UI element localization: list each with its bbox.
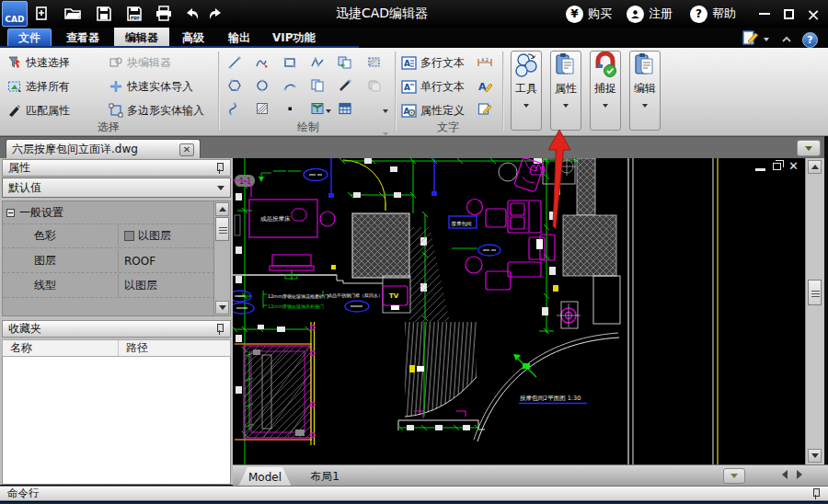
buy-button[interactable]: ¥ 购买	[566, 4, 612, 24]
canvas-scrollbar[interactable]	[805, 158, 824, 464]
ribbon-select-all[interactable]: 选择所有	[7, 77, 70, 96]
scroll-thumb[interactable]	[215, 217, 229, 241]
redo-button[interactable]	[204, 4, 226, 24]
save-button[interactable]	[93, 4, 115, 24]
left-panel: 属性 默认值 一般设置 色彩 以图层 图层 ROOF 线型 以图层	[0, 158, 233, 485]
draw-region-icon[interactable]	[364, 76, 385, 95]
draw-line-icon[interactable]	[224, 53, 245, 72]
tools-caret-icon[interactable]	[523, 104, 529, 108]
scroll-up-icon[interactable]	[215, 202, 229, 216]
layout-dropdown[interactable]	[723, 468, 745, 484]
tab-layout1[interactable]: 布局1	[297, 467, 352, 487]
draw-boundary-icon[interactable]	[364, 53, 385, 72]
draw-freehand-icon[interactable]	[252, 53, 272, 72]
snap-bigbutton[interactable]: 捕捉	[590, 51, 621, 131]
ribbon-block-editor[interactable]: 块编辑器	[109, 53, 171, 72]
cad-logo[interactable]: CAD	[2, 1, 28, 27]
property-grid-scrollbar[interactable]	[213, 201, 230, 315]
open-file-button[interactable]	[62, 4, 84, 24]
draw-circle-icon[interactable]	[252, 76, 272, 95]
canvas-restore-icon[interactable]	[773, 163, 781, 170]
canvas-scroll-up-icon[interactable]	[808, 160, 822, 174]
drawing-canvas[interactable]: 1-1 成品按摩床	[233, 158, 805, 464]
draw-boundary-caret-icon[interactable]	[383, 109, 388, 113]
draw-insert-block-icon[interactable]	[335, 53, 355, 72]
draw-rectangle-icon[interactable]	[280, 53, 300, 72]
menu-viewer[interactable]: 查看器	[57, 28, 109, 48]
command-line-bar[interactable]: 命令行	[0, 486, 828, 501]
minimize-button[interactable]	[754, 5, 775, 23]
document-tab-bar: 六层按摩包间立面详.dwg ✕	[0, 136, 828, 158]
canvas-minimize-icon[interactable]	[755, 168, 765, 171]
ribbon-dtext[interactable]: A 单行文本	[401, 77, 465, 96]
tools-bigbutton[interactable]: 工具	[511, 51, 542, 131]
property-row-color[interactable]: 色彩 以图层	[3, 224, 214, 248]
help-circle-icon[interactable]: ?	[802, 32, 818, 48]
help-button[interactable]: ? 帮助	[690, 4, 736, 24]
menu-vip[interactable]: VIP功能	[263, 28, 325, 48]
register-button[interactable]: 注册	[627, 4, 673, 24]
color-swatch	[124, 231, 134, 241]
favorites-list[interactable]	[2, 357, 231, 485]
text-scale-icon[interactable]: 4.2	[475, 53, 495, 72]
properties-caret-icon[interactable]	[563, 104, 569, 108]
ribbon-polygon-entity-input[interactable]: 多边形实体输入	[109, 101, 204, 120]
scroll-down-icon[interactable]	[215, 301, 229, 315]
favorites-col-name[interactable]: 名称	[3, 340, 119, 356]
draw-hatch-icon[interactable]	[252, 99, 272, 118]
ribbon-mtext[interactable]: A 多行文本	[401, 53, 465, 72]
draw-spline-icon[interactable]	[224, 99, 245, 118]
draw-table-icon[interactable]	[335, 99, 355, 118]
canvas-scroll-thumb[interactable]	[808, 280, 822, 305]
collapse-icon[interactable]	[6, 209, 15, 217]
ribbon-match-properties[interactable]: 匹配属性	[7, 101, 70, 120]
edit-caret-icon[interactable]	[642, 104, 648, 108]
draw-point-icon[interactable]	[280, 99, 300, 118]
draw-thick-line-icon[interactable]	[335, 76, 355, 95]
property-grid: 一般设置 色彩 以图层 图层 ROOF 线型 以图层	[2, 200, 231, 316]
draw-arc-icon[interactable]	[280, 76, 300, 95]
collapse-ribbon-icon[interactable]	[780, 31, 793, 49]
property-row-layer[interactable]: 图层 ROOF	[3, 249, 214, 273]
layout-scroll-left-icon[interactable]	[782, 470, 788, 479]
property-row-linetype[interactable]: 线型 以图层	[3, 274, 214, 298]
properties-bigbutton[interactable]: 属性	[550, 51, 581, 131]
draw-copy-object-icon[interactable]	[307, 76, 328, 95]
layout-scroll-right-icon[interactable]	[797, 470, 802, 479]
new-file-button[interactable]	[30, 4, 52, 24]
text-style-icon[interactable]: A	[475, 76, 495, 95]
tab-list-dropdown[interactable]	[797, 140, 821, 156]
draw-polyline-icon[interactable]	[307, 53, 328, 72]
menu-advanced[interactable]: 高级	[173, 28, 213, 48]
maximize-button[interactable]	[778, 5, 799, 23]
save-as-pdf-button[interactable]: PDF	[123, 4, 145, 24]
pin-icon[interactable]	[215, 163, 224, 174]
print-button[interactable]	[153, 4, 175, 24]
ribbon-quick-entity-import[interactable]: 快速实体导入	[109, 77, 193, 96]
edit-bigbutton[interactable]: 编辑	[629, 51, 661, 131]
menu-editor[interactable]: 编辑器	[114, 28, 169, 48]
tab-model[interactable]: Model	[238, 467, 292, 487]
text-edit-icon[interactable]	[475, 99, 495, 118]
snap-caret-icon[interactable]	[603, 104, 608, 108]
property-section-general[interactable]: 一般设置	[3, 201, 214, 224]
close-button[interactable]: ×	[803, 5, 823, 23]
pin-icon[interactable]	[811, 488, 821, 499]
undo-button[interactable]	[181, 4, 203, 24]
tab-close-icon[interactable]: ✕	[179, 143, 194, 156]
pin-icon[interactable]	[215, 324, 224, 335]
favorites-col-path[interactable]: 路径	[119, 340, 148, 356]
note-threshold: 成品不锈钢门槛（双四水）	[327, 292, 383, 299]
canvas-close-icon[interactable]: ✕	[788, 162, 799, 171]
ribbon-quick-select[interactable]: 快速选择	[7, 53, 70, 72]
edit-note-icon[interactable]	[742, 29, 760, 50]
canvas-scroll-down-icon[interactable]	[808, 449, 822, 463]
menu-output[interactable]: 输出	[219, 28, 259, 48]
draw-polygon-icon[interactable]	[224, 76, 245, 95]
preset-combobox[interactable]: 默认值	[2, 178, 231, 198]
edit-note-caret-icon[interactable]	[764, 38, 769, 41]
ribbon-attribute-define[interactable]: A 属性定义	[401, 101, 465, 120]
document-tab[interactable]: 六层按摩包间立面详.dwg ✕	[6, 139, 201, 159]
menu-file[interactable]: 文件	[7, 29, 52, 47]
draw-image-icon[interactable]	[307, 99, 328, 118]
